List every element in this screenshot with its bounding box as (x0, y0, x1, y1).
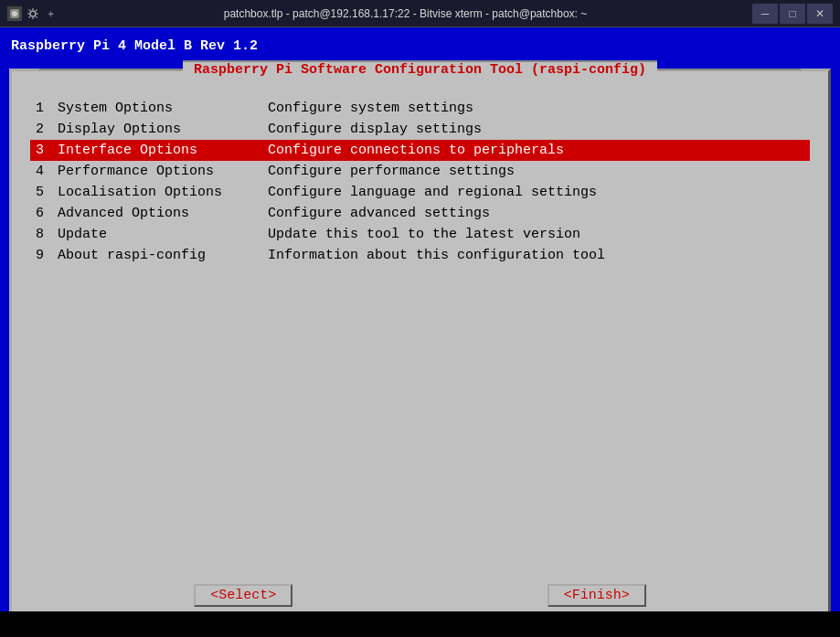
dialog-title-bar: Raspberry Pi Software Configuration Tool… (12, 60, 828, 78)
raspi-config-dialog: Raspberry Pi Software Configuration Tool… (9, 69, 831, 628)
menu-item-name: System Options (58, 101, 268, 116)
menu-item-4[interactable]: 4 Performance Options Configure performa… (30, 161, 810, 182)
menu-item-1[interactable]: 1 System Options Configure system settin… (30, 98, 810, 119)
gear-icon (26, 6, 40, 21)
menu-item-name: About raspi-config (58, 248, 268, 263)
rpi-info-bar: Raspberry Pi 4 Model B Rev 1.2 (0, 27, 840, 64)
dialog-buttons: <Select> <Finish> (12, 584, 828, 607)
svg-point-2 (12, 11, 17, 16)
close-button[interactable]: ✕ (807, 4, 833, 24)
window-controls: ─ □ ✕ (752, 4, 833, 24)
menu-item-desc: Configure language and regional settings (268, 185, 804, 200)
window-title: patchbox.tlp - patch@192.168.1.17:22 - B… (64, 7, 747, 20)
menu-item-name: Update (58, 227, 268, 242)
menu-item-num: 1 (36, 101, 54, 116)
menu-item-num: 2 (36, 122, 54, 137)
menu-item-num: 5 (36, 185, 54, 200)
maximize-button[interactable]: □ (780, 4, 805, 24)
menu-item-desc: Update this tool to the latest version (268, 227, 804, 242)
move-icon: ✛ (44, 6, 58, 21)
menu-item-desc: Configure advanced settings (268, 206, 804, 221)
menu-item-6[interactable]: 6 Advanced Options Configure advanced se… (30, 203, 810, 224)
menu-item-name: Advanced Options (58, 206, 268, 221)
menu-list: 1 System Options Configure system settin… (12, 90, 828, 273)
menu-item-num: 8 (36, 227, 54, 242)
menu-item-name: Display Options (58, 122, 268, 137)
rpi-info-text: Raspberry Pi 4 Model B Rev 1.2 (11, 38, 258, 54)
menu-item-name: Performance Options (58, 164, 268, 179)
dialog-title: Raspberry Pi Software Configuration Tool… (183, 60, 657, 78)
select-button[interactable]: <Select> (194, 584, 292, 607)
bottom-status-bar (0, 611, 840, 637)
finish-button[interactable]: <Finish> (548, 584, 646, 607)
menu-item-3[interactable]: 3 Interface Options Configure connection… (30, 140, 810, 161)
menu-item-name: Interface Options (58, 143, 268, 158)
menu-item-desc: Configure connections to peripherals (268, 143, 804, 158)
terminal: Raspberry Pi 4 Model B Rev 1.2 Raspberry… (0, 27, 840, 637)
menu-item-desc: Information about this configuration too… (268, 248, 804, 263)
menu-item-desc: Configure display settings (268, 122, 804, 137)
svg-point-3 (30, 11, 36, 16)
menu-item-num: 9 (36, 248, 54, 263)
title-bar-icons: ✛ (7, 6, 58, 21)
minimize-button[interactable]: ─ (752, 4, 778, 24)
menu-item-2[interactable]: 2 Display Options Configure display sett… (30, 119, 810, 140)
menu-item-desc: Configure system settings (268, 101, 804, 116)
menu-item-9[interactable]: 9 About raspi-config Information about t… (30, 245, 810, 266)
menu-item-8[interactable]: 8 Update Update this tool to the latest … (30, 224, 810, 245)
app-icon (7, 6, 22, 21)
menu-item-desc: Configure performance settings (268, 164, 804, 179)
menu-item-num: 6 (36, 206, 54, 221)
menu-item-num: 4 (36, 164, 54, 179)
title-bar: ✛ patchbox.tlp - patch@192.168.1.17:22 -… (0, 0, 840, 27)
menu-item-num: 3 (36, 143, 54, 158)
menu-item-5[interactable]: 5 Localisation Options Configure languag… (30, 182, 810, 203)
menu-item-name: Localisation Options (58, 185, 268, 200)
